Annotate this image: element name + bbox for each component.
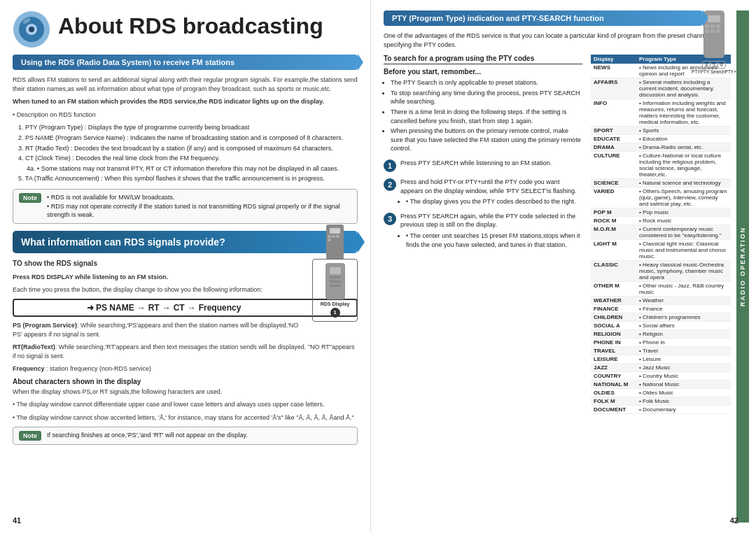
rt-text: RT(RadioText): While searching,'RT'appea… [13, 343, 358, 360]
table-row: VARIED• Others-Speech, amusing program (… [591, 187, 731, 208]
table-cell-display: DRAMA [591, 143, 636, 152]
table-row: AFFAIRS• Several matters including a cur… [591, 78, 731, 99]
table-cell-display: WEATHER [591, 297, 636, 305]
right-content: 4 5 6 PTY PTY Search PTY+ PTY (Program T… [384, 10, 736, 523]
table-row: SOCIAL A• Social affairs [591, 322, 731, 330]
rds-display-label: RDS Display [316, 301, 354, 306]
chars-bullet1: • The display window cannot differentiat… [13, 400, 358, 409]
body-text: TO show the RDS signals [13, 259, 358, 269]
list-item: 1. PTY (Program Type) : Displays the typ… [18, 123, 358, 132]
disc-icon [13, 10, 51, 49]
table-cell-type: • Travel [636, 347, 731, 355]
rds-items-list: 1. PTY (Program Type) : Displays the typ… [13, 123, 358, 183]
table-row: OTHER M• Other music - Jazz, R&B country… [591, 282, 731, 297]
list-item: 5. TA (Traffic Announcement) : When this… [18, 174, 358, 183]
table-cell-type: • Others-Speech, amusing program (quiz, … [636, 187, 731, 208]
table-cell-type: • Oldes Music [636, 389, 731, 397]
ps-name-box: ➜ PS NAME→RT→CT→Frequency [13, 299, 358, 317]
table-cell-display: JAZZ [591, 364, 636, 372]
table-cell-type: • Religion [636, 330, 731, 339]
step-1-block: 1 Press PTY SEARCH while listenning to a… [384, 159, 582, 172]
table-row: CLASSIC• Heavy classical music-Orchestra… [591, 261, 731, 282]
left-page: About RDS broadcasting Using the RDS (Ra… [0, 0, 371, 533]
list-item: • The center unit searches 15 preset FM … [406, 232, 582, 249]
table-cell-display: SOCIAL A [591, 322, 636, 330]
title-row: About RDS broadcasting [13, 10, 358, 49]
table-row: POP M• Pop music [591, 208, 731, 217]
pty-search-section: To search for a program using the PTY co… [384, 55, 731, 414]
table-cell-type: • Drama-Radio serial, etc. [636, 143, 731, 152]
table-cell-type: • Children's programmes [636, 313, 731, 322]
table-cell-display: PHONE IN [591, 339, 636, 347]
list-item: When pressing the buttons on the primary… [391, 127, 582, 153]
table-row: CHILDREN• Children's programmes [591, 313, 731, 322]
page-number-right: 42 [730, 516, 738, 525]
note-content: • RDS is not available for MW/LW broadca… [47, 193, 351, 220]
table-cell-display: RELIGION [591, 330, 636, 339]
table-cell-type: • Several matters including a current in… [636, 78, 731, 99]
table-row: COUNTRY• Country Music [591, 372, 731, 381]
step-3-text: Press PTY SEARCH again, while the PTY co… [400, 212, 582, 229]
pty-counter: 4 5 6 [702, 61, 726, 69]
chars-bullet2: • The display window cannot show accente… [13, 413, 358, 422]
table-cell-type: • Pop music [636, 208, 731, 217]
table-cell-display: VARIED [591, 187, 636, 208]
table-cell-display: CLASSIC [591, 261, 636, 282]
list-item: 3. RT (Radio Text) : Decodes the text br… [18, 144, 358, 153]
step-2-block: 2 Press and hold PTY-or PTY+until the PT… [384, 178, 582, 206]
pty-intro: One of the advantages of the RDS service… [384, 31, 731, 49]
before-start: Before you start, remomber... [384, 68, 582, 76]
right-page: 4 5 6 PTY PTY Search PTY+ PTY (Program T… [371, 0, 756, 533]
table-cell-type: • Weather [636, 297, 731, 305]
table-row: FOLK M• Folk Music [591, 397, 731, 406]
table-row: INFO• Information including weights and … [591, 99, 731, 127]
sidebar-label: RADIO OPERATION [739, 227, 746, 306]
table-cell-display: SCIENCE [591, 179, 636, 187]
table-cell-type: • Finance [636, 305, 731, 313]
table-row: JAZZ• Jazz Music [591, 364, 731, 372]
table-cell-type: • Leisure [636, 355, 731, 364]
table-cell-type: • Information including weights and meas… [636, 99, 731, 127]
note-content-2: If searching finishes at once,'PS','and … [47, 431, 248, 440]
table-cell-type: • Country Music [636, 372, 731, 381]
note-box-1: Note • RDS is not available for MW/LW br… [13, 189, 358, 224]
table-row: PHONE IN• Phone in [591, 339, 731, 347]
table-row: M.O.R.M• Current contemporary music cons… [591, 225, 731, 240]
table-row: WEATHER• Weather [591, 297, 731, 305]
table-row: ROCK M• Rock music [591, 217, 731, 225]
table-cell-display: NEWS [591, 64, 636, 78]
search-title: To search for a program using the PTY co… [384, 55, 582, 64]
table-cell-type: • Sports [636, 127, 731, 135]
description-title: • Description on RDS function [13, 111, 358, 120]
table-cell-display: POP M [591, 208, 636, 217]
table-cell-type: • Natural science and technology [636, 179, 731, 187]
table-cell-type: • Classical light music: Classical music… [636, 240, 731, 261]
step-3-block: 3 Press PTY SEARCH again, while the PTY … [384, 212, 582, 249]
step-1-text: Press PTY SEARCH while listenning to an … [400, 159, 552, 168]
table-cell-type: • Jazz Music [636, 364, 731, 372]
table-row: LEISURE• Leisure [591, 355, 731, 364]
section1-header: Using the RDS (Radio Data System) to rec… [13, 55, 358, 70]
list-item: • The display gives you the PTY codes de… [406, 197, 582, 206]
table-cell-display: INFO [591, 99, 636, 127]
table-cell-display: CULTURE [591, 152, 636, 179]
press-rds-bold: Press RDS DISPLAY while listening to an … [13, 273, 358, 282]
step-3-num: 3 [384, 213, 396, 225]
note-box-2: Note If searching finishes at once,'PS',… [13, 427, 358, 445]
table-cell-display: LIGHT M [591, 240, 636, 261]
table-cell-type: • Social affairs [636, 322, 731, 330]
svg-point-3 [29, 27, 34, 32]
chars-title: About characters shown in the display [13, 378, 358, 385]
table-cell-display: DOCUMENT [591, 406, 636, 414]
step-1-num: 1 [384, 159, 396, 172]
table-row: SCIENCE• Natural science and technology [591, 179, 731, 187]
table-cell-display: ROCK M [591, 217, 636, 225]
table-cell-display: AFFAIRS [591, 78, 636, 99]
table-cell-type: • Documentary [636, 406, 731, 414]
table-cell-type: • Culture-National or local culture incl… [636, 152, 731, 179]
frequency-text: Frequency : station frequency (non-RDS s… [13, 364, 358, 374]
list-item: There is a time limit in doing the follo… [391, 108, 582, 125]
table-row: FINANCE• Finance [591, 305, 731, 313]
rds-circle-num: 1 [330, 308, 340, 318]
section2-header: What information can RDS signals provide… [13, 231, 358, 253]
